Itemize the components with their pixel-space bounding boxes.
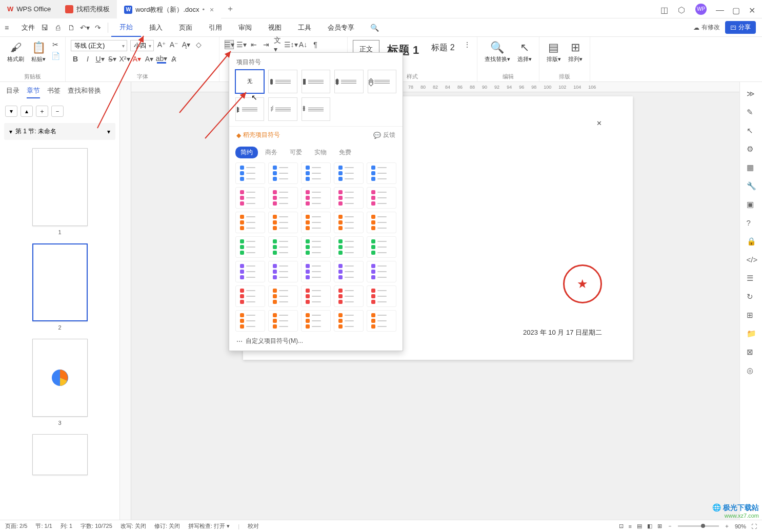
number-list-icon[interactable]: ☰▾	[237, 40, 246, 49]
bullet-triangle[interactable]	[235, 97, 264, 121]
view-mode-icon[interactable]: ⊡	[619, 523, 624, 529]
zoom-out-icon[interactable]: －	[667, 522, 673, 530]
superscript-icon[interactable]: X²▾	[120, 54, 129, 64]
grow-font-icon[interactable]: A⁺	[157, 40, 166, 49]
strike-icon[interactable]: S̶▾	[108, 54, 117, 64]
view-mode-icon[interactable]: ▤	[637, 523, 642, 529]
bullet-style-option[interactable]	[268, 187, 298, 209]
bullet-style-option[interactable]	[301, 212, 331, 233]
change-case-icon[interactable]: Ą▾	[182, 40, 191, 49]
lp-tab-find[interactable]: 查找和替换	[68, 86, 101, 98]
bullet-style-option[interactable]	[301, 261, 331, 282]
edit-icon[interactable]: ✎	[747, 108, 756, 117]
bullet-style-option[interactable]	[334, 187, 364, 209]
menu-page[interactable]: 页面	[171, 18, 200, 37]
bullet-star[interactable]	[302, 97, 330, 121]
list-icon[interactable]: ☰	[747, 274, 756, 283]
indent-dec-icon[interactable]: ⇤	[249, 40, 258, 49]
save-icon[interactable]: 🖫	[38, 24, 51, 32]
bullet-style-option[interactable]	[367, 187, 396, 209]
new-tab-button[interactable]: ＋	[221, 4, 239, 14]
page-thumb-4[interactable]	[32, 434, 88, 475]
refresh-icon[interactable]: ↻	[747, 292, 756, 301]
clear-format-icon[interactable]: ◇	[194, 40, 203, 49]
text-effect-icon[interactable]: A▾	[145, 54, 154, 64]
align-button[interactable]: ⊞排列▾	[566, 40, 585, 64]
zoom-level[interactable]: 90%	[735, 523, 746, 529]
bullet-style-option[interactable]	[268, 212, 298, 233]
show-marks-icon[interactable]: ¶	[311, 40, 320, 49]
undo-icon[interactable]: ↶▾	[78, 24, 91, 32]
bullet-style-option[interactable]	[367, 162, 396, 184]
grid-icon[interactable]: ⊞	[747, 311, 756, 320]
bullet-style-option[interactable]	[334, 162, 364, 184]
bullet-diamond[interactable]	[334, 70, 363, 93]
style-h2[interactable]: 标题 2	[427, 40, 459, 56]
bullet-style-option[interactable]	[268, 261, 298, 282]
settings-icon[interactable]: ⚙	[747, 145, 756, 154]
menu-view[interactable]: 视图	[260, 18, 290, 37]
help-icon[interactable]: ?	[747, 218, 756, 228]
misc-icon[interactable]: ◎	[747, 366, 756, 375]
sb-page[interactable]: 页面: 2/5	[5, 522, 27, 530]
find-replace-button[interactable]: 🔍查找替换▾	[483, 40, 512, 64]
dd-tab-simple[interactable]: 简约	[235, 147, 258, 158]
indent-inc-icon[interactable]: ⇥	[262, 40, 271, 49]
feedback-button[interactable]: 💬反馈	[373, 131, 395, 139]
zoom-in-icon[interactable]: ＋	[724, 522, 730, 530]
clear-icon[interactable]: A̷	[169, 54, 178, 64]
print-icon[interactable]: ⎙	[51, 24, 65, 32]
bullet-list-icon[interactable]: ☰▾	[225, 40, 234, 49]
font-name-select[interactable]: 等线 (正文)	[71, 40, 127, 51]
panel-icon[interactable]: ▣	[747, 200, 756, 209]
menu-insert[interactable]: 插入	[141, 18, 171, 37]
menu-ref[interactable]: 引用	[200, 18, 230, 37]
bullet-style-option[interactable]	[268, 285, 298, 307]
close-icon[interactable]: ×	[210, 6, 214, 14]
sb-revision[interactable]: 修订: 关闭	[154, 522, 180, 530]
sb-col[interactable]: 列: 1	[61, 522, 72, 530]
menu-vip[interactable]: 会员专享	[319, 18, 363, 37]
dd-tab-real[interactable]: 实物	[309, 147, 332, 158]
paste-button[interactable]: 📋粘贴▾	[29, 40, 48, 64]
lp-add-button[interactable]: ＋	[36, 106, 48, 117]
lp-up-button[interactable]: ▴	[21, 106, 33, 117]
dd-tab-cute[interactable]: 可爱	[285, 147, 307, 158]
bullet-style-option[interactable]	[301, 310, 331, 332]
bullet-style-option[interactable]	[367, 212, 396, 233]
zoom-slider[interactable]	[678, 525, 719, 527]
lp-tab-toc[interactable]: 目录	[6, 86, 19, 98]
line-spacing-icon[interactable]: ☰↕▾	[286, 40, 295, 49]
bullet-style-option[interactable]	[235, 285, 265, 307]
lp-collapse-button[interactable]: ▾	[5, 106, 17, 117]
sb-words[interactable]: 字数: 10/725	[81, 522, 112, 530]
bullet-style-option[interactable]	[301, 162, 331, 184]
bullet-check[interactable]	[268, 97, 297, 121]
shrink-font-icon[interactable]: A⁻	[169, 40, 178, 49]
fullscreen-icon[interactable]: ⛶	[751, 523, 757, 529]
bullet-style-option[interactable]	[235, 236, 265, 258]
copy-icon[interactable]: 📄	[51, 51, 60, 60]
bullet-style-option[interactable]	[235, 310, 265, 332]
file-menu[interactable]: 文件	[13, 18, 38, 37]
arrange-button[interactable]: ▤排版▾	[545, 40, 563, 64]
view-mode-icon[interactable]: ◧	[647, 523, 652, 529]
bullet-style-option[interactable]	[367, 310, 396, 332]
text-direction-icon[interactable]: 文▾	[274, 40, 283, 49]
folder-icon[interactable]: 📁	[747, 329, 756, 338]
bullet-none[interactable]: 无	[235, 70, 264, 93]
tab-templates[interactable]: 找稻壳模板	[58, 0, 117, 18]
bullet-style-option[interactable]	[334, 310, 364, 332]
search-icon[interactable]: 🔍	[368, 24, 381, 32]
page-thumb-1[interactable]	[32, 148, 88, 226]
share-button[interactable]: ⮹分享	[725, 21, 756, 34]
lp-tab-bookmark[interactable]: 书签	[47, 86, 61, 98]
bullet-style-option[interactable]	[334, 285, 364, 307]
bullet-style-option[interactable]	[235, 212, 265, 233]
bullet-style-option[interactable]	[334, 261, 364, 282]
bullet-style-option[interactable]	[301, 187, 331, 209]
menu-tools[interactable]: 工具	[290, 18, 319, 37]
sb-spell[interactable]: 拼写检查: 打开	[188, 523, 225, 529]
layers-icon[interactable]: ▦	[747, 163, 756, 172]
vertical-ruler[interactable]	[120, 82, 131, 520]
